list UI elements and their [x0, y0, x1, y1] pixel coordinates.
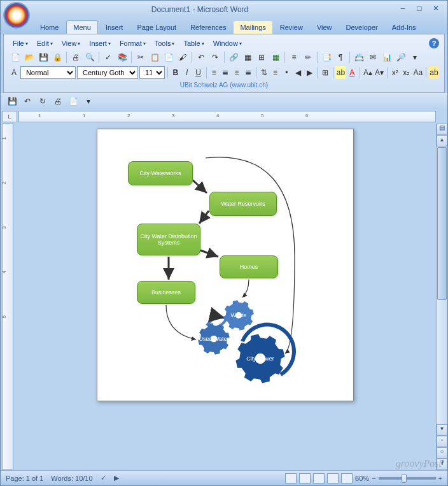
spell-icon[interactable]: ✓	[102, 51, 115, 64]
macro-icon[interactable]: ▶	[114, 474, 119, 482]
excel-icon[interactable]: ▦	[269, 51, 282, 64]
scrollbar-vertical[interactable]: ▤ ▴ ▾ ◦ ○ ₮	[436, 124, 447, 470]
qat-print-icon[interactable]: 🖨	[52, 95, 64, 108]
save-icon[interactable]: 💾	[37, 51, 50, 64]
bold-button[interactable]: B	[171, 66, 181, 79]
table-icon[interactable]: ▦	[241, 51, 254, 64]
tab-home[interactable]: Home	[34, 21, 65, 34]
tab-mailings[interactable]: Mailings	[234, 21, 272, 34]
maximize-button[interactable]: □	[412, 4, 427, 15]
undo-icon[interactable]: ↶	[195, 51, 207, 64]
tab-developer[interactable]: Developer	[340, 21, 384, 34]
zoom-out-icon[interactable]: −	[372, 475, 375, 482]
print-icon[interactable]: 🖨	[69, 51, 82, 64]
qat-customize-icon[interactable]: ▾	[82, 95, 95, 108]
ruler-toggle-icon[interactable]: ▤	[437, 124, 447, 135]
qat-undo-icon[interactable]: ↶	[21, 95, 34, 108]
underline-button[interactable]: U	[193, 66, 204, 79]
zoom-slider[interactable]	[379, 477, 436, 480]
menu-window[interactable]: Window ▾	[209, 38, 246, 48]
menu-edit[interactable]: Edit ▾	[33, 38, 57, 48]
zoom-in-icon[interactable]: +	[438, 475, 442, 482]
cut-icon[interactable]: ✂	[134, 51, 147, 64]
help-icon[interactable]: ?	[429, 38, 439, 48]
minimize-button[interactable]: –	[395, 4, 410, 15]
copy-icon[interactable]: 📋	[148, 51, 161, 64]
align-center-icon[interactable]: ≣	[220, 66, 230, 79]
align-right-icon[interactable]: ≡	[232, 66, 242, 79]
zoom-thumb[interactable]	[402, 474, 407, 483]
hyperlink-icon[interactable]: 🔗	[227, 51, 240, 64]
flow-box-4[interactable]: Businesses	[137, 281, 195, 304]
research-icon[interactable]: 📚	[116, 51, 129, 64]
qat-save-icon[interactable]: 💾	[6, 95, 18, 108]
tab-add-ins[interactable]: Add-Ins	[386, 21, 423, 34]
chart-icon[interactable]: 📊	[381, 51, 393, 64]
menu-view[interactable]: View ▾	[58, 38, 85, 48]
qat-redo-icon[interactable]: ↻	[36, 95, 49, 108]
word-count[interactable]: Words: 10/10	[51, 475, 92, 482]
shrink-font-icon[interactable]: A▾	[374, 66, 384, 79]
ruler-corner[interactable]: L	[2, 111, 17, 122]
tab-insert[interactable]: Insert	[99, 21, 130, 34]
office-button[interactable]	[3, 2, 30, 29]
style-select[interactable]: Normal	[20, 66, 76, 79]
new-doc-icon[interactable]: 📄	[9, 51, 22, 64]
flow-box-3[interactable]: Homes	[220, 255, 278, 278]
doc-map-icon[interactable]: 📑	[320, 51, 333, 64]
change-case-icon[interactable]: Aa	[413, 66, 424, 79]
styles-icon[interactable]: A	[9, 66, 19, 79]
paste-icon[interactable]: 📄	[162, 51, 175, 64]
full-screen-view-icon[interactable]	[299, 473, 311, 483]
subscript-icon[interactable]: x₂	[402, 66, 412, 79]
increase-indent-icon[interactable]: ▶	[304, 66, 314, 79]
font-select[interactable]: Century Goth	[77, 66, 138, 79]
page[interactable]: City WaterworksWater ReservoirsCity Wate…	[97, 129, 354, 401]
print-layout-view-icon[interactable]	[285, 473, 297, 483]
preview-icon[interactable]: 🔍	[83, 51, 96, 64]
ruler-horizontal[interactable]: 1123456	[18, 111, 436, 122]
justify-icon[interactable]: ≣	[243, 66, 253, 79]
scroll-down-icon[interactable]: ▾	[437, 424, 447, 436]
tab-review[interactable]: Review	[274, 21, 309, 34]
permission-icon[interactable]: 🔒	[51, 51, 64, 64]
menu-insert[interactable]: Insert ▾	[85, 38, 115, 48]
menu-table[interactable]: Table ▾	[179, 38, 207, 48]
flow-box-1[interactable]: Water Reservoirs	[209, 192, 277, 216]
show-hide-icon[interactable]: ¶	[334, 51, 347, 64]
bullets-icon[interactable]: •	[281, 66, 291, 79]
menu-expand-icon[interactable]: ▾	[409, 51, 421, 64]
qat-preview-icon[interactable]: 📄	[67, 95, 80, 108]
menu-tools[interactable]: Tools ▾	[151, 38, 179, 48]
tab-page-layout[interactable]: Page Layout	[130, 21, 183, 34]
address-icon[interactable]: 📇	[353, 51, 365, 64]
envelope-icon[interactable]: ✉	[367, 51, 379, 64]
open-icon[interactable]: 📂	[23, 51, 36, 64]
prev-page-icon[interactable]: ◦	[437, 436, 447, 447]
tab-menu[interactable]: Menu	[66, 20, 98, 34]
scroll-thumb[interactable]	[437, 147, 447, 300]
drawing-icon[interactable]: ✏	[302, 51, 314, 64]
spell-check-icon[interactable]: ✓	[101, 474, 106, 482]
menu-format[interactable]: Format ▾	[116, 38, 150, 48]
scroll-up-icon[interactable]: ▴	[437, 135, 447, 147]
font-size-select[interactable]: 11	[139, 66, 165, 79]
menu-file[interactable]: File ▾	[9, 38, 32, 48]
lang-icon[interactable]: ab	[429, 66, 439, 79]
ruler-vertical[interactable]: 12345	[2, 124, 13, 470]
borders-icon[interactable]: ⊞	[320, 66, 330, 79]
zoom-level[interactable]: 60%	[355, 475, 369, 482]
numbering-icon[interactable]: ≡	[270, 66, 280, 79]
tables-borders-icon[interactable]: ⊞	[255, 51, 268, 64]
browse-object-icon[interactable]: ○	[437, 447, 447, 459]
superscript-icon[interactable]: x²	[390, 66, 400, 79]
columns-icon[interactable]: ≡	[288, 51, 300, 64]
draft-view-icon[interactable]	[341, 473, 353, 483]
flow-box-2[interactable]: City Water Distribution Systems	[137, 224, 200, 255]
gear-1[interactable]: Used Water	[197, 322, 231, 356]
redo-icon[interactable]: ↷	[209, 51, 221, 64]
tab-view[interactable]: View	[311, 21, 339, 34]
highlight-icon[interactable]: ab	[335, 66, 346, 79]
close-button[interactable]: ✕	[428, 4, 444, 15]
line-spacing-icon[interactable]: ⇅	[259, 66, 269, 79]
